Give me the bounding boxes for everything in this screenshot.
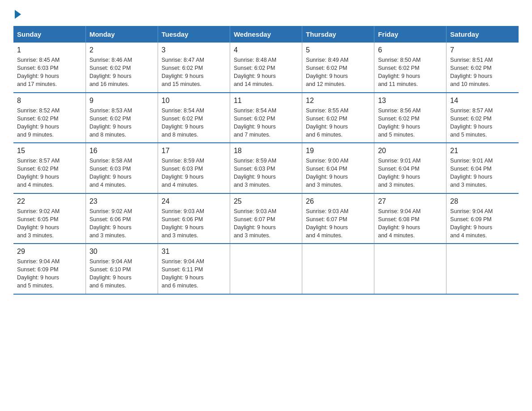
day-number: 17 (162, 147, 226, 155)
header-cell-thursday: Thursday (302, 26, 374, 43)
day-number: 28 (450, 197, 515, 206)
calendar-cell: 22Sunrise: 9:02 AMSunset: 6:05 PMDayligh… (13, 193, 86, 244)
day-number: 11 (234, 97, 298, 105)
day-info: Sunrise: 8:54 AMSunset: 6:02 PMDaylight:… (162, 107, 226, 139)
calendar-cell: 21Sunrise: 9:01 AMSunset: 6:04 PMDayligh… (446, 143, 519, 193)
day-info: Sunrise: 9:01 AMSunset: 6:04 PMDaylight:… (378, 157, 442, 189)
day-number: 4 (234, 46, 298, 54)
calendar-cell: 28Sunrise: 9:04 AMSunset: 6:09 PMDayligh… (446, 193, 519, 244)
calendar-cell: 19Sunrise: 9:00 AMSunset: 6:04 PMDayligh… (302, 143, 374, 193)
day-number: 21 (450, 147, 515, 155)
day-info: Sunrise: 8:59 AMSunset: 6:03 PMDaylight:… (234, 157, 298, 189)
day-info: Sunrise: 8:45 AMSunset: 6:03 PMDaylight:… (17, 56, 82, 89)
calendar-cell: 17Sunrise: 8:59 AMSunset: 6:03 PMDayligh… (158, 143, 230, 193)
day-number: 13 (378, 97, 442, 105)
day-info: Sunrise: 8:50 AMSunset: 6:02 PMDaylight:… (378, 56, 442, 89)
calendar-cell: 8Sunrise: 8:52 AMSunset: 6:02 PMDaylight… (13, 93, 86, 143)
header-cell-monday: Monday (86, 26, 158, 43)
day-info: Sunrise: 8:59 AMSunset: 6:03 PMDaylight:… (162, 157, 226, 189)
day-number: 14 (450, 97, 515, 105)
day-number: 5 (306, 46, 370, 54)
day-number: 9 (90, 97, 154, 105)
day-info: Sunrise: 9:02 AMSunset: 6:05 PMDaylight:… (17, 207, 82, 240)
header-cell-wednesday: Wednesday (230, 26, 302, 43)
day-number: 19 (306, 147, 370, 155)
header-row: SundayMondayTuesdayWednesdayThursdayFrid… (13, 26, 519, 43)
day-info: Sunrise: 8:53 AMSunset: 6:02 PMDaylight:… (90, 107, 154, 139)
day-number: 10 (162, 97, 226, 105)
day-number: 26 (306, 197, 370, 206)
calendar-cell: 4Sunrise: 8:48 AMSunset: 6:02 PMDaylight… (230, 43, 302, 93)
calendar-cell: 5Sunrise: 8:49 AMSunset: 6:02 PMDaylight… (302, 43, 374, 93)
day-number: 12 (306, 97, 370, 105)
day-number: 1 (17, 46, 82, 54)
day-info: Sunrise: 9:00 AMSunset: 6:04 PMDaylight:… (306, 157, 370, 189)
day-number: 15 (17, 147, 82, 155)
week-row-4: 22Sunrise: 9:02 AMSunset: 6:05 PMDayligh… (13, 193, 519, 244)
day-info: Sunrise: 8:57 AMSunset: 6:02 PMDaylight:… (17, 157, 82, 189)
calendar-cell: 16Sunrise: 8:58 AMSunset: 6:03 PMDayligh… (86, 143, 158, 193)
day-info: Sunrise: 9:04 AMSunset: 6:09 PMDaylight:… (450, 207, 515, 240)
day-number: 6 (378, 46, 442, 54)
day-number: 16 (90, 147, 154, 155)
day-number: 3 (162, 46, 226, 54)
day-number: 31 (162, 248, 226, 256)
logo (13, 9, 21, 17)
day-info: Sunrise: 9:04 AMSunset: 6:11 PMDaylight:… (162, 257, 226, 290)
day-info: Sunrise: 8:57 AMSunset: 6:02 PMDaylight:… (450, 107, 515, 139)
page-header (13, 9, 519, 17)
week-row-2: 8Sunrise: 8:52 AMSunset: 6:02 PMDaylight… (13, 93, 519, 143)
calendar-cell: 13Sunrise: 8:56 AMSunset: 6:02 PMDayligh… (374, 93, 446, 143)
header-cell-sunday: Sunday (13, 26, 86, 43)
calendar-cell: 26Sunrise: 9:03 AMSunset: 6:07 PMDayligh… (302, 193, 374, 244)
day-info: Sunrise: 8:48 AMSunset: 6:02 PMDaylight:… (234, 56, 298, 89)
calendar-cell: 11Sunrise: 8:54 AMSunset: 6:02 PMDayligh… (230, 93, 302, 143)
day-number: 30 (90, 248, 154, 256)
calendar-cell: 23Sunrise: 9:02 AMSunset: 6:06 PMDayligh… (86, 193, 158, 244)
day-number: 2 (90, 46, 154, 54)
week-row-3: 15Sunrise: 8:57 AMSunset: 6:02 PMDayligh… (13, 143, 519, 193)
day-number: 23 (90, 197, 154, 206)
calendar-body: 1Sunrise: 8:45 AMSunset: 6:03 PMDaylight… (13, 43, 519, 294)
day-number: 24 (162, 197, 226, 206)
day-info: Sunrise: 9:04 AMSunset: 6:10 PMDaylight:… (90, 257, 154, 290)
calendar-cell (302, 244, 374, 294)
day-info: Sunrise: 9:03 AMSunset: 6:07 PMDaylight:… (234, 207, 298, 240)
day-number: 25 (234, 197, 298, 206)
calendar-cell: 6Sunrise: 8:50 AMSunset: 6:02 PMDaylight… (374, 43, 446, 93)
day-info: Sunrise: 8:54 AMSunset: 6:02 PMDaylight:… (234, 107, 298, 139)
calendar-table: SundayMondayTuesdayWednesdayThursdayFrid… (13, 26, 519, 295)
day-info: Sunrise: 8:47 AMSunset: 6:02 PMDaylight:… (162, 56, 226, 89)
calendar-cell: 9Sunrise: 8:53 AMSunset: 6:02 PMDaylight… (86, 93, 158, 143)
calendar-cell: 1Sunrise: 8:45 AMSunset: 6:03 PMDaylight… (13, 43, 86, 93)
calendar-cell: 14Sunrise: 8:57 AMSunset: 6:02 PMDayligh… (446, 93, 519, 143)
calendar-cell: 7Sunrise: 8:51 AMSunset: 6:02 PMDaylight… (446, 43, 519, 93)
day-info: Sunrise: 8:56 AMSunset: 6:02 PMDaylight:… (378, 107, 442, 139)
day-number: 8 (17, 97, 82, 105)
calendar-cell: 20Sunrise: 9:01 AMSunset: 6:04 PMDayligh… (374, 143, 446, 193)
logo-top (13, 9, 21, 19)
week-row-5: 29Sunrise: 9:04 AMSunset: 6:09 PMDayligh… (13, 244, 519, 294)
day-number: 20 (378, 147, 442, 155)
logo-arrow-icon (15, 10, 21, 19)
day-info: Sunrise: 9:02 AMSunset: 6:06 PMDaylight:… (90, 207, 154, 240)
day-info: Sunrise: 9:04 AMSunset: 6:08 PMDaylight:… (378, 207, 442, 240)
day-info: Sunrise: 9:03 AMSunset: 6:06 PMDaylight:… (162, 207, 226, 240)
calendar-cell (374, 244, 446, 294)
day-number: 27 (378, 197, 442, 206)
calendar-cell: 18Sunrise: 8:59 AMSunset: 6:03 PMDayligh… (230, 143, 302, 193)
calendar-cell: 2Sunrise: 8:46 AMSunset: 6:02 PMDaylight… (86, 43, 158, 93)
day-info: Sunrise: 8:51 AMSunset: 6:02 PMDaylight:… (450, 56, 515, 89)
day-info: Sunrise: 8:52 AMSunset: 6:02 PMDaylight:… (17, 107, 82, 139)
calendar-cell: 10Sunrise: 8:54 AMSunset: 6:02 PMDayligh… (158, 93, 230, 143)
calendar-cell: 27Sunrise: 9:04 AMSunset: 6:08 PMDayligh… (374, 193, 446, 244)
day-info: Sunrise: 8:58 AMSunset: 6:03 PMDaylight:… (90, 157, 154, 189)
calendar-cell (446, 244, 519, 294)
calendar-cell: 29Sunrise: 9:04 AMSunset: 6:09 PMDayligh… (13, 244, 86, 294)
header-cell-saturday: Saturday (446, 26, 519, 43)
day-info: Sunrise: 9:03 AMSunset: 6:07 PMDaylight:… (306, 207, 370, 240)
day-info: Sunrise: 9:01 AMSunset: 6:04 PMDaylight:… (450, 157, 515, 189)
calendar-cell: 3Sunrise: 8:47 AMSunset: 6:02 PMDaylight… (158, 43, 230, 93)
calendar-cell: 25Sunrise: 9:03 AMSunset: 6:07 PMDayligh… (230, 193, 302, 244)
calendar-cell: 31Sunrise: 9:04 AMSunset: 6:11 PMDayligh… (158, 244, 230, 294)
